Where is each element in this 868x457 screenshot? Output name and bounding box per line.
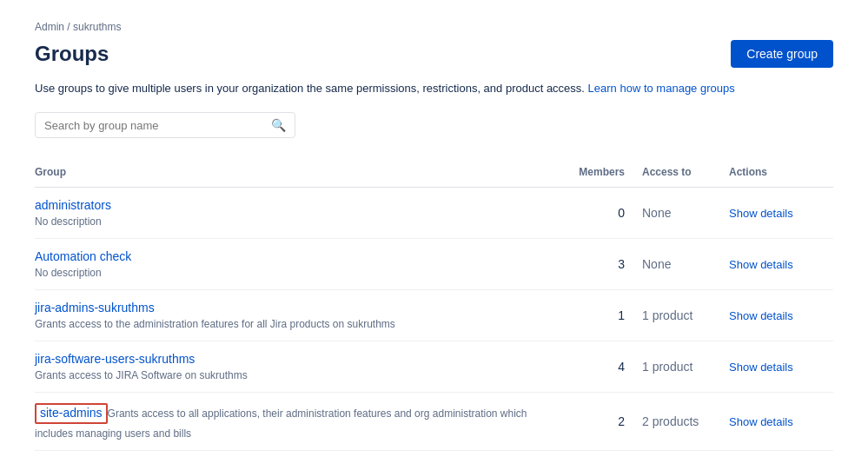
show-details-link[interactable]: Show details: [729, 309, 793, 322]
group-description: Grants access to JIRA Software on sukrut…: [35, 369, 248, 381]
col-header-actions: Actions: [729, 159, 833, 188]
breadcrumb-current: sukruthms: [73, 21, 121, 33]
groups-table: Group Members Access to Actions administ…: [35, 159, 833, 451]
group-description: No description: [35, 215, 102, 228]
group-description: Grants access to the administration feat…: [35, 318, 395, 330]
group-description: Grants access to all applications, their…: [35, 407, 527, 440]
table-row: Automation checkNo description3NoneShow …: [35, 239, 833, 290]
group-members-count: 4: [547, 341, 625, 393]
group-access: None: [625, 239, 729, 290]
show-details-link[interactable]: Show details: [729, 361, 793, 374]
group-name-link[interactable]: jira-software-users-sukruthms: [35, 352, 547, 366]
table-header-row: Group Members Access to Actions: [35, 159, 833, 188]
group-name-link[interactable]: jira-admins-sukruthms: [35, 301, 547, 315]
table-row: site-adminsGrants access to all applicat…: [35, 393, 833, 451]
col-header-group: Group: [35, 159, 547, 188]
group-access: 1 product: [625, 341, 729, 393]
group-name-link[interactable]: Automation check: [35, 249, 547, 263]
show-details-link[interactable]: Show details: [729, 207, 793, 220]
search-row: 🔍: [35, 112, 833, 138]
show-details-link[interactable]: Show details: [729, 258, 793, 271]
breadcrumb: Admin / sukruthms: [35, 21, 833, 33]
group-name-link[interactable]: administrators: [35, 198, 547, 212]
breadcrumb-admin-link[interactable]: Admin: [35, 21, 64, 33]
group-access: 1 product: [625, 290, 729, 341]
create-group-button[interactable]: Create group: [731, 40, 833, 68]
description-text-prefix: Use groups to give multiple users in you…: [35, 82, 585, 95]
search-input[interactable]: [44, 119, 271, 132]
group-members-count: 3: [547, 239, 625, 290]
group-name-link[interactable]: site-admins: [40, 406, 103, 420]
group-members-count: 0: [547, 188, 625, 239]
group-access: None: [625, 188, 729, 239]
page-title: Groups: [35, 42, 109, 66]
table-row: administratorsNo description0NoneShow de…: [35, 188, 833, 239]
col-header-members: Members: [547, 159, 625, 188]
search-box: 🔍: [35, 112, 295, 138]
group-members-count: 2: [547, 393, 625, 451]
page-description: Use groups to give multiple users in you…: [35, 82, 833, 95]
table-row: jira-software-users-sukruthmsGrants acce…: [35, 341, 833, 393]
show-details-link[interactable]: Show details: [729, 415, 793, 428]
table-row: jira-admins-sukruthmsGrants access to th…: [35, 290, 833, 341]
group-access: 2 products: [625, 393, 729, 451]
group-description: No description: [35, 267, 102, 279]
group-members-count: 1: [547, 290, 625, 341]
learn-more-link[interactable]: Learn how to manage groups: [588, 82, 735, 95]
col-header-access: Access to: [625, 159, 729, 188]
page-header: Groups Create group: [35, 40, 833, 68]
search-icon[interactable]: 🔍: [271, 118, 286, 132]
